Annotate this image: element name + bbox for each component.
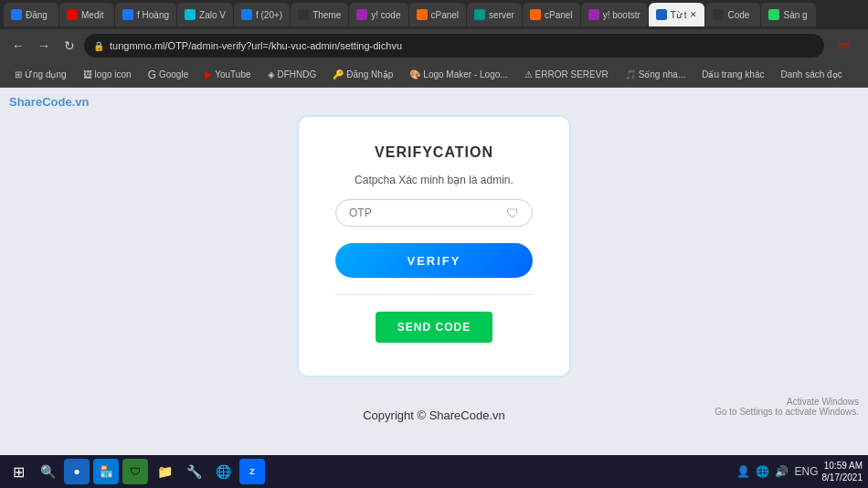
google-icon: G	[148, 69, 156, 81]
tab-label: y! code	[371, 10, 400, 20]
user-icon: 👤	[736, 465, 750, 478]
lock-icon: 🔒	[93, 41, 104, 51]
bookmark-label: Google	[159, 69, 188, 80]
send-code-button[interactable]: SEND CODE	[376, 312, 492, 343]
tab-favicon	[768, 9, 779, 20]
tab-favicon	[356, 9, 367, 20]
verify-card: VERIFYCATION Catpcha Xác minh bạn là adm…	[297, 115, 571, 377]
verify-subtitle: Catpcha Xác minh bạn là admin.	[355, 174, 513, 186]
bookmark-logo[interactable]: 🖼 logo icon	[76, 65, 139, 85]
bookmark-favicon: 🎨	[409, 69, 420, 80]
tab-label: cPanel	[431, 10, 460, 20]
tab-zalo[interactable]: Zalo V	[177, 3, 233, 27]
bookmark-error[interactable]: ⚠ ERROR SEREVR	[517, 65, 616, 85]
tab-label: Theme	[312, 10, 341, 20]
browser-chrome: Đăng Medit f Hoàng Zalo V f (20+) Theme …	[0, 0, 868, 88]
bookmark-google[interactable]: G Google	[141, 65, 196, 85]
tab-close-icon[interactable]: ✕	[690, 10, 697, 19]
system-tray: 👤 🌐 🔊 ENG	[736, 465, 818, 478]
verify-title: VERIFYCATION	[375, 144, 493, 161]
tab-label: y! bootstr	[603, 10, 640, 20]
page-content: ShareCode.vn VERIFYCATION Catpcha Xác mi…	[0, 88, 868, 455]
bookmark-label: Logo Maker - Logo...	[423, 69, 507, 80]
bookmark-youtube[interactable]: ▶ YouTube	[197, 65, 258, 85]
site-logo: ShareCode.vn	[9, 95, 89, 109]
bookmark-label: Dấu trang khác	[702, 69, 764, 80]
taskbar-icon-green[interactable]: 🛡	[122, 459, 148, 484]
tab-label: f Hoàng	[137, 10, 169, 20]
tab-label: Đăng	[26, 10, 48, 20]
taskbar-clock: 10:59 AM 8/17/2021	[822, 460, 863, 483]
taskbar: ⊞ 🔍 ● 🏪 🛡 📁 🔧 🌐 Z 👤 🌐 🔊 ENG 10:59 AM 8/1…	[0, 455, 868, 488]
otp-input[interactable]	[349, 207, 499, 219]
tab-favicon	[241, 9, 252, 20]
bookmark-label: Đăng Nhập	[346, 69, 393, 80]
tab-cpanel2[interactable]: cPanel	[523, 3, 580, 27]
shield-icon: 🛡	[506, 206, 519, 220]
tab-favicon	[122, 9, 133, 20]
tab-favicon	[417, 9, 428, 20]
tab-sang[interactable]: Sàn g	[761, 3, 816, 27]
reload-button[interactable]: ↻	[58, 35, 80, 57]
search-icon[interactable]: 🔍	[35, 459, 60, 484]
sharecode-logo: SC	[828, 29, 861, 62]
tab-favicon	[713, 9, 724, 20]
tab-favicon	[530, 9, 541, 20]
tab-medit[interactable]: Medit	[59, 3, 114, 27]
url-text: tungmmo.ml/OTP/admin-verify?url=/khu-vuc…	[110, 40, 402, 51]
tab-fb[interactable]: f (20+)	[234, 3, 290, 27]
bookmark-more[interactable]: Dấu trang khác	[694, 65, 771, 85]
bookmark-label: ERROR SEREVR	[535, 69, 609, 80]
bookmark-label: Ứng dụng	[25, 69, 67, 80]
tab-theme[interactable]: Theme	[291, 3, 348, 27]
footer-copyright: Copyright © ShareCode.vn	[0, 408, 868, 422]
tab-favicon	[474, 9, 485, 20]
bookmark-reading[interactable]: Danh sách đọc	[773, 65, 849, 85]
tab-hoan[interactable]: f Hoàng	[115, 3, 176, 27]
taskbar-icon-orange[interactable]: 🔧	[181, 459, 206, 484]
verify-button[interactable]: VERIFY	[335, 243, 533, 278]
bookmark-label: logo icon	[95, 69, 132, 80]
tab-dang[interactable]: Đăng	[4, 3, 58, 27]
tab-favicon	[656, 9, 667, 20]
taskbar-icon-folder[interactable]: 📁	[152, 459, 177, 484]
tab-code2[interactable]: Code	[705, 3, 760, 27]
apps-icon: ⊞	[15, 69, 22, 80]
nav-bar: ← → ↻ 🔒 tungmmo.ml/OTP/admin-verify?url=…	[0, 29, 868, 62]
bookmark-logomaker[interactable]: 🎨 Logo Maker - Logo...	[402, 65, 514, 85]
tab-active[interactable]: Từ t ✕	[649, 3, 705, 27]
bookmark-favicon: 🖼	[83, 69, 92, 80]
tab-label: server	[489, 10, 514, 20]
bookmark-label: DFHNDG	[278, 69, 317, 80]
bookmark-label: Sống nha...	[639, 69, 686, 80]
start-button[interactable]: ⊞	[5, 459, 31, 484]
bookmarks-bar: ⊞ Ứng dụng 🖼 logo icon G Google ▶ YouTub…	[0, 62, 868, 88]
bookmark-apps[interactable]: ⊞ Ứng dụng	[7, 65, 74, 85]
bookmark-favicon: ◈	[268, 69, 275, 80]
bookmark-dangnhap[interactable]: 🔑 Đăng Nhập	[325, 65, 400, 85]
tab-code[interactable]: y! code	[349, 3, 408, 27]
tab-favicon	[11, 9, 22, 20]
address-bar[interactable]: 🔒 tungmmo.ml/OTP/admin-verify?url=/khu-v…	[84, 34, 824, 58]
back-button[interactable]: ←	[7, 35, 29, 57]
taskbar-icon-store[interactable]: 🏪	[93, 459, 119, 484]
tab-label: Zalo V	[199, 10, 226, 20]
tab-label: Code	[727, 10, 749, 20]
tab-label: f (20+)	[256, 10, 282, 20]
youtube-icon: ▶	[205, 69, 212, 80]
taskbar-icon-zalo[interactable]: Z	[239, 459, 265, 484]
taskbar-icon-chrome[interactable]: ●	[64, 459, 90, 484]
tab-server[interactable]: server	[467, 3, 522, 27]
taskbar-icon-edge[interactable]: 🌐	[210, 459, 236, 484]
bookmark-dfhndg[interactable]: ◈ DFHNDG	[260, 65, 324, 85]
bookmark-label: YouTube	[215, 69, 250, 80]
tab-label: Từ t	[671, 10, 687, 20]
tab-cpanel1[interactable]: cPanel	[409, 3, 467, 27]
tab-bootstr[interactable]: y! bootstr	[581, 3, 648, 27]
lang-label: ENG	[794, 465, 818, 478]
bookmark-song[interactable]: 🎵 Sống nha...	[618, 65, 693, 85]
music-icon: 🎵	[625, 69, 636, 80]
otp-input-wrapper[interactable]: 🛡	[335, 199, 533, 227]
tab-favicon	[67, 9, 78, 20]
forward-button[interactable]: →	[33, 35, 55, 57]
